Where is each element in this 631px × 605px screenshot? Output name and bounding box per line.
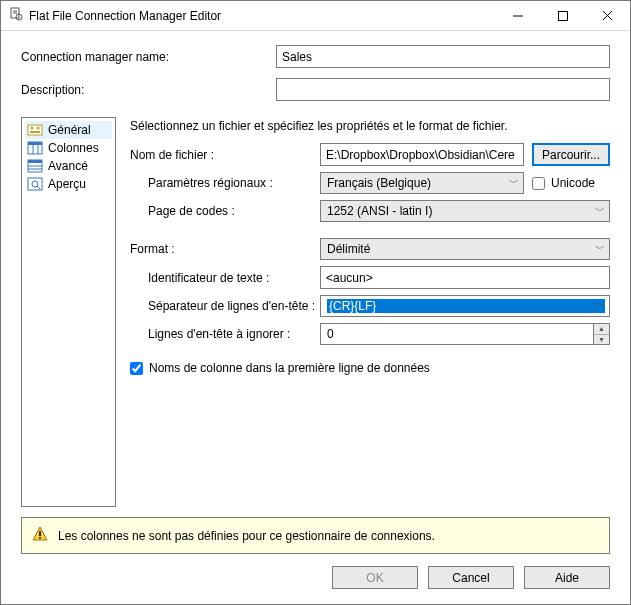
nav-item-label: Aperçu [48, 177, 86, 191]
conn-name-input[interactable] [276, 45, 610, 68]
instruction-text: Sélectionnez un fichier et spécifiez les… [130, 119, 610, 133]
chevron-down-icon: ﹀ [595, 204, 605, 218]
codepage-dropdown[interactable]: 1252 (ANSI - latin I) ﹀ [320, 200, 610, 222]
format-label: Format : [130, 242, 320, 256]
firstrow-checkbox[interactable] [130, 362, 143, 375]
warning-text: Les colonnes ne sont pas définies pour c… [58, 529, 435, 543]
general-icon [27, 122, 43, 138]
svg-point-10 [37, 127, 40, 130]
columns-icon [27, 140, 43, 156]
description-label: Description: [21, 83, 276, 97]
svg-rect-5 [558, 11, 567, 20]
nav-item-advanced[interactable]: Avancé [25, 157, 112, 175]
unicode-checkbox[interactable] [532, 177, 545, 190]
window-title: Flat File Connection Manager Editor [23, 9, 495, 23]
codepage-label: Page de codes : [130, 204, 320, 218]
nav-item-preview[interactable]: Aperçu [25, 175, 112, 193]
browse-button[interactable]: Parcourir... [532, 143, 610, 166]
close-button[interactable] [585, 1, 630, 30]
svg-rect-11 [30, 131, 40, 133]
skip-label: Lignes d'en-tête à ignorer : [130, 327, 320, 341]
ok-button[interactable]: OK [332, 566, 418, 589]
hdrsep-label: Séparateur de lignes d'en-tête : [130, 299, 320, 313]
spin-up-icon[interactable]: ▲ [594, 324, 609, 335]
format-value: Délimité [327, 242, 605, 256]
filename-label: Nom de fichier : [130, 148, 320, 162]
hdrsep-dropdown[interactable]: {CR}{LF} ﹀ [320, 295, 610, 317]
skip-value[interactable]: 0 [320, 323, 594, 345]
nav-item-label: Général [48, 123, 91, 137]
codepage-value: 1252 (ANSI - latin I) [327, 204, 605, 218]
help-button[interactable]: Aide [524, 566, 610, 589]
locale-value: Français (Belgique) [327, 176, 519, 190]
skip-spinner[interactable]: 0 ▲ ▼ [320, 323, 610, 345]
conn-name-label: Connection manager name: [21, 50, 276, 64]
hdrsep-value: {CR}{LF} [327, 299, 605, 313]
nav-item-label: Colonnes [48, 141, 99, 155]
titlebar: Flat File Connection Manager Editor [1, 1, 630, 31]
textqual-input[interactable] [320, 266, 610, 289]
svg-rect-24 [39, 531, 41, 536]
svg-rect-13 [28, 142, 42, 145]
spin-down-icon[interactable]: ▼ [594, 335, 609, 345]
chevron-down-icon: ﹀ [595, 299, 605, 313]
locale-label: Paramètres régionaux : [130, 176, 320, 190]
svg-rect-8 [28, 125, 42, 135]
description-input[interactable] [276, 78, 610, 101]
cancel-button[interactable]: Cancel [428, 566, 514, 589]
chevron-down-icon: ﹀ [509, 176, 519, 190]
maximize-button[interactable] [540, 1, 585, 30]
svg-point-9 [31, 127, 34, 130]
format-dropdown[interactable]: Délimité ﹀ [320, 238, 610, 260]
locale-dropdown[interactable]: Français (Belgique) ﹀ [320, 172, 524, 194]
unicode-label: Unicode [551, 176, 595, 190]
chevron-down-icon: ﹀ [595, 242, 605, 256]
firstrow-label: Noms de colonne dans la première ligne d… [149, 361, 430, 375]
nav-item-general[interactable]: Général [25, 121, 112, 139]
svg-rect-25 [39, 537, 41, 539]
advanced-icon [27, 158, 43, 174]
svg-rect-17 [28, 160, 42, 163]
filename-input[interactable] [320, 143, 524, 166]
preview-icon [27, 176, 43, 192]
nav-item-label: Avancé [48, 159, 88, 173]
warning-bar: Les colonnes ne sont pas définies pour c… [21, 517, 610, 554]
nav-pane: Général Colonnes Avancé Aperçu [21, 117, 116, 507]
app-icon [9, 7, 23, 24]
minimize-button[interactable] [495, 1, 540, 30]
nav-item-columns[interactable]: Colonnes [25, 139, 112, 157]
textqual-label: Identificateur de texte : [130, 271, 320, 285]
warning-icon [32, 526, 48, 545]
